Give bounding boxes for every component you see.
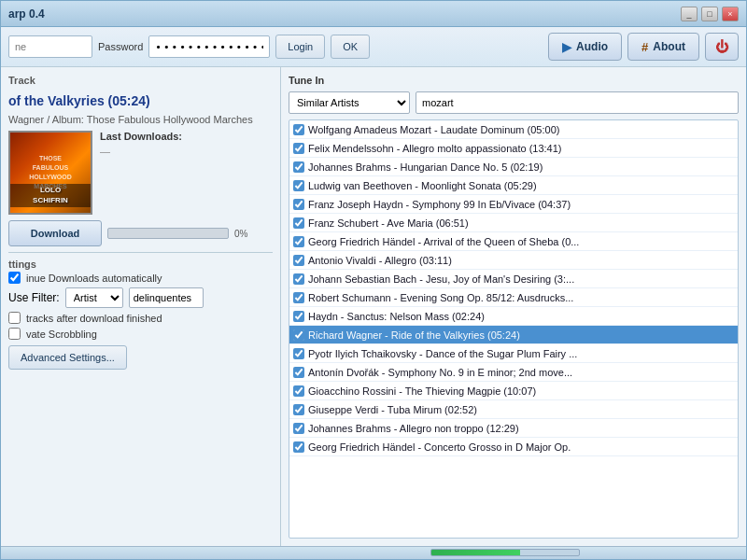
track-checkbox[interactable] [293,199,304,210]
track-name: Felix Mendelssohn - Allegro molto appass… [308,143,561,154]
track-list-item[interactable]: Felix Mendelssohn - Allegro molto appass… [289,139,738,158]
password-input[interactable] [148,35,270,58]
last-downloads-value: — [100,146,273,157]
bottom-bar [1,546,746,559]
left-panel: Track of the Valkyries (05:24) Wagner / … [1,67,281,546]
audio-button[interactable]: ▶ Audio [548,33,622,61]
titlebar: arp 0.4 _ □ × [1,1,746,27]
continue-downloads-checkbox[interactable] [8,272,21,284]
minimize-button[interactable]: _ [681,7,698,21]
settings-section: ttings inue Downloads automatically Use … [8,252,273,370]
track-checkbox[interactable] [293,441,304,453]
ok-button[interactable]: OK [331,35,370,59]
track-list-item[interactable]: Georg Friedrich Händel - Arrival of the … [289,232,738,251]
track-checkbox[interactable] [293,255,304,266]
track-checkbox[interactable] [293,273,304,285]
track-checkbox[interactable] [293,124,304,135]
track-title: of the Valkyries (05:24) [8,93,273,108]
track-checkbox[interactable] [293,292,304,303]
track-list-item[interactable]: Wolfgang Amadeus Mozart - Laudate Dominu… [289,120,738,139]
track-checkbox[interactable] [293,311,304,322]
track-name: Johannes Brahms - Hungarian Dance No. 5 … [308,161,543,173]
track-list-item[interactable]: Giuseppe Verdi - Tuba Mirum (02:52) [289,400,738,419]
downloads-section: Last Downloads: — [100,131,273,157]
track-list-item[interactable]: Franz Joseph Haydn - Symphony 99 In Eb/V… [289,195,738,214]
scrobbling-row: vate Scrobbling [8,328,273,340]
window-title: arp 0.4 [8,7,45,21]
tune-in-search-row: Similar Artists Artist Title Tag [289,91,739,114]
tune-in-type-select[interactable]: Similar Artists Artist Title Tag [289,91,410,114]
track-list-item[interactable]: Richard Wagner - Ride of the Valkyries (… [289,326,738,344]
login-button[interactable]: Login [275,35,325,59]
track-list-item[interactable]: Pyotr Ilyich Tchaikovsky - Dance of the … [289,344,738,363]
track-name: Ludwig van Beethoven - Moonlight Sonata … [308,180,537,191]
scrobbling-label: vate Scrobbling [26,329,97,340]
track-name: Franz Schubert - Ave Maria (06:51) [308,217,469,229]
track-name: Johann Sebastian Bach - Jesu, Joy of Man… [308,273,574,285]
track-checkbox[interactable] [293,161,304,173]
right-panel: Tune In Similar Artists Artist Title Tag… [281,67,746,546]
last-downloads-label: Last Downloads: [100,131,273,142]
filter-row: Use Filter: Artist Title Album [8,287,273,308]
scrobbling-checkbox[interactable] [8,328,21,340]
track-name: Georg Friedrich Händel - Concerto Grosso… [308,441,571,453]
track-list: Wolfgang Amadeus Mozart - Laudate Dominu… [289,119,739,539]
close-button[interactable]: × [722,7,739,21]
track-name: Robert Schumann - Evening Song Op. 85/12… [308,292,573,303]
maximize-button[interactable]: □ [701,7,718,21]
track-name: Richard Wagner - Ride of the Valkyries (… [308,329,520,341]
tracks-after-label: tracks after download finished [26,313,162,324]
track-list-item[interactable]: Haydn - Sanctus: Nelson Mass (02:24) [289,307,738,326]
audio-label: Audio [576,40,608,53]
track-name: Giuseppe Verdi - Tuba Mirum (02:52) [308,404,477,415]
track-checkbox[interactable] [293,385,304,397]
track-checkbox[interactable] [293,236,304,247]
track-name: Wolfgang Amadeus Mozart - Laudate Dominu… [308,124,559,135]
download-button[interactable]: Download [8,220,102,246]
tune-in-search-input[interactable] [416,91,739,114]
track-checkbox[interactable] [293,143,304,154]
track-name: Haydn - Sanctus: Nelson Mass (02:24) [308,311,485,322]
tracks-after-checkbox[interactable] [8,312,21,324]
tracks-after-row: tracks after download finished [8,312,273,324]
track-list-item[interactable]: Ludwig van Beethoven - Moonlight Sonata … [289,176,738,195]
power-button[interactable]: ⏻ [705,33,739,61]
track-checkbox[interactable] [293,404,304,415]
advanced-settings-button[interactable]: Advanced Settings... [8,345,127,370]
track-checkbox[interactable] [293,217,304,229]
progress-percent: 0% [234,229,247,239]
track-list-item[interactable]: Johann Sebastian Bach - Jesu, Joy of Man… [289,270,738,288]
toolbar: Password Login OK ▶ Audio # About ⏻ [1,27,746,67]
track-checkbox[interactable] [293,180,304,191]
about-button[interactable]: # About [627,33,699,61]
filter-select[interactable]: Artist Title Album [65,287,123,308]
progress-bar [107,228,229,239]
track-checkbox[interactable] [293,329,304,341]
album-art: LOLOSCHIFRIN THOSEFABULOUSHOLLYWOODMARCH… [8,131,92,215]
track-list-item[interactable]: Johannes Brahms - Allegro non troppo (12… [289,419,738,438]
track-name: Franz Joseph Haydn - Symphony 99 In Eb/V… [308,199,571,210]
track-subtitle: Wagner / Album: Those Fabulous Hollywood… [8,114,273,125]
album-art-text: LOLOSCHIFRIN [10,184,91,207]
track-checkbox[interactable] [293,348,304,359]
track-name: Pyotr Ilyich Tchaikovsky - Dance of the … [308,348,577,359]
track-name: Gioacchino Rossini - The Thieving Magpie… [308,385,536,397]
track-list-item[interactable]: Robert Schumann - Evening Song Op. 85/12… [289,288,738,307]
tune-in-label: Tune In [289,75,739,86]
track-checkbox[interactable] [293,423,304,434]
track-name: Georg Friedrich Händel - Arrival of the … [308,236,579,247]
track-list-item[interactable]: Johannes Brahms - Hungarian Dance No. 5 … [289,158,738,176]
audio-icon: ▶ [562,40,571,54]
track-list-item[interactable]: Antonín Dvořák - Symphony No. 9 in E min… [289,363,738,382]
use-filter-label: Use Filter: [8,291,60,304]
track-list-item[interactable]: Antonio Vivaldi - Allegro (03:11) [289,251,738,270]
username-input[interactable] [8,35,92,58]
track-list-item[interactable]: Franz Schubert - Ave Maria (06:51) [289,214,738,232]
about-label: About [653,40,685,53]
continue-downloads-row: inue Downloads automatically [8,272,273,284]
track-checkbox[interactable] [293,367,304,378]
track-list-item[interactable]: Georg Friedrich Händel - Concerto Grosso… [289,438,738,456]
main-window: arp 0.4 _ □ × Password Login OK ▶ Audio … [0,0,747,560]
filter-input[interactable] [129,287,204,308]
track-list-item[interactable]: Gioacchino Rossini - The Thieving Magpie… [289,382,738,400]
